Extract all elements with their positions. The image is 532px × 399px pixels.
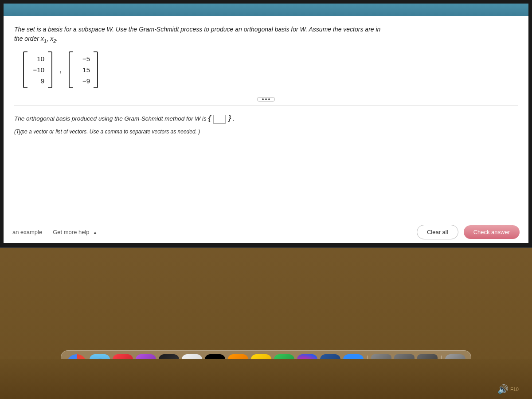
- volume-control: 🔊 F10: [497, 384, 519, 395]
- matrix-1-row-1: 10: [31, 54, 44, 63]
- matrix-2-values: −5 15 −9: [73, 51, 94, 88]
- right-buttons: Clear all Check answer: [417, 225, 520, 239]
- problem-comma: , x: [47, 35, 53, 42]
- example-link-text: an example: [12, 229, 42, 235]
- basis-text: The orthogonal basis produced using the …: [14, 113, 518, 124]
- matrix-1: 10 −10 9: [23, 51, 52, 88]
- clear-all-button[interactable]: Clear all: [417, 225, 458, 239]
- screen: The set is a basis for a subspace W. Use…: [4, 4, 528, 243]
- matrix-2: −5 15 −9: [69, 51, 98, 88]
- dot-2: [265, 98, 267, 100]
- problem-period: .: [56, 35, 58, 42]
- matrix-2-row-1: −5: [77, 54, 90, 63]
- problem-text-line1: The set is a basis for a subspace W. Use…: [14, 26, 380, 33]
- answer-input-box[interactable]: [213, 115, 226, 124]
- problem-text: The set is a basis for a subspace W. Use…: [14, 25, 518, 44]
- keyboard-area: 🔊 F10: [0, 359, 532, 399]
- screen-bezel: The set is a basis for a subspace W. Use…: [0, 0, 532, 248]
- basis-period: .: [233, 115, 235, 122]
- volume-icon: 🔊: [497, 384, 509, 395]
- bracket-right-2: [94, 51, 98, 88]
- dots-container: [14, 97, 518, 102]
- matrix-1-row-2: −10: [31, 65, 44, 74]
- matrices-row: 10 −10 9 , −5 15 −9: [23, 51, 518, 88]
- problem-text-line2: the order x: [14, 35, 44, 42]
- basis-instruction-text: (Type a vector or list of vectors. Use a…: [14, 129, 200, 135]
- get-more-help-link[interactable]: Get more help ▲: [53, 229, 97, 235]
- basis-instruction: (Type a vector or list of vectors. Use a…: [14, 128, 518, 136]
- matrix-1-values: 10 −10 9: [27, 51, 48, 88]
- dot-3: [268, 98, 270, 100]
- dot-1: [262, 98, 264, 100]
- get-more-help-text: Get more help: [53, 229, 89, 235]
- top-bar: [4, 4, 528, 16]
- matrix-2-row-2: 15: [77, 65, 90, 74]
- main-content: The set is a basis for a subspace W. Use…: [4, 16, 528, 243]
- f10-label: F10: [510, 387, 519, 392]
- matrix-2-row-3: −9: [77, 76, 90, 86]
- left-links: an example Get more help ▲: [12, 229, 98, 235]
- content-area: The set is a basis for a subspace W. Use…: [4, 4, 528, 243]
- bracket-right-1: [48, 51, 52, 88]
- matrix-1-row-3: 9: [31, 76, 44, 86]
- curly-open: {: [208, 114, 211, 122]
- bracket-left-1: [23, 51, 27, 88]
- basis-label: The orthogonal basis produced using the …: [14, 115, 207, 122]
- matrix-separator: ,: [59, 65, 62, 74]
- full-divider: [14, 105, 518, 106]
- example-link[interactable]: an example: [12, 229, 42, 235]
- chevron-up-icon: ▲: [93, 229, 98, 235]
- expand-dots-button[interactable]: [257, 97, 275, 102]
- check-answer-button[interactable]: Check answer: [464, 225, 520, 239]
- bracket-left-2: [69, 51, 73, 88]
- curly-close: }: [228, 114, 231, 122]
- bottom-action-row: an example Get more help ▲ Clear all Che…: [4, 225, 528, 239]
